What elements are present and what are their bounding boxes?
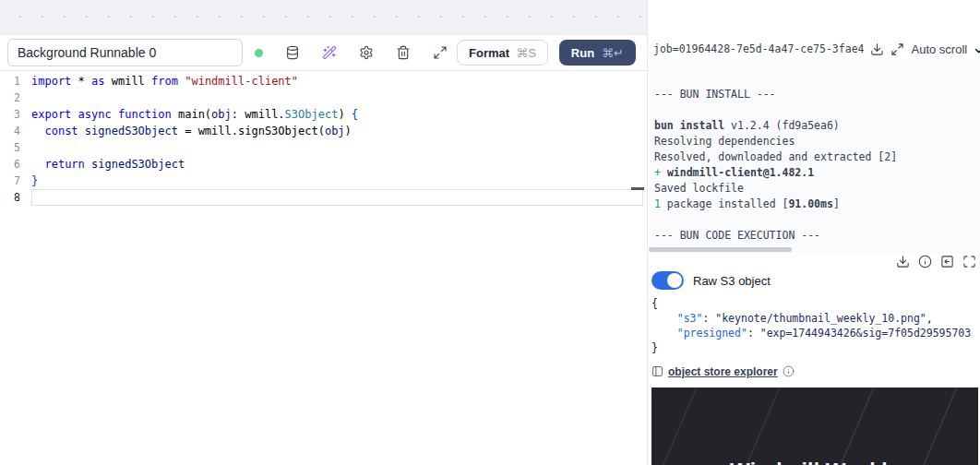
flow-canvas [0, 0, 647, 35]
run-preview-pane: job=01964428-7e5d-4a47-ce75-3fae4 Auto s… [649, 0, 980, 465]
json-view[interactable]: { "s3": "keynote/thumbnail_weekly_10.png… [651, 296, 976, 355]
object-store-explorer-row: object store explorer [651, 364, 976, 378]
magic-wand-icon [322, 45, 337, 60]
download-icon [870, 42, 884, 56]
code-line: 5 [0, 139, 647, 156]
download-result-button[interactable] [896, 255, 910, 268]
jline: { [651, 296, 976, 311]
info-icon [918, 255, 932, 268]
raw-s3-toggle-label: Raw S3 object [693, 274, 771, 288]
gear-icon [359, 45, 374, 60]
code-line: 4 const signedS3Object = wmill.signS3Obj… [0, 123, 647, 139]
jline: } [651, 340, 976, 355]
script-name-input[interactable] [7, 39, 243, 66]
job-id-text[interactable]: job=01964428-7e5d-4a47-ce75-3fae4 [653, 42, 864, 55]
log-line [654, 212, 974, 228]
expand-editor-button[interactable] [424, 40, 457, 66]
jline: "presigned": "exp=1744943426&sig=7f05d29… [651, 326, 976, 340]
database-button[interactable] [276, 40, 309, 66]
open-result-drawer-button[interactable] [940, 255, 954, 268]
log-line: Resolved, downloaded and extracted [2] [654, 149, 974, 165]
code-line: 8 [0, 189, 647, 206]
download-icon [896, 255, 910, 268]
log-line: Saved lockfile [654, 181, 974, 197]
code-line: 1import * as wmill from "windmill-client… [0, 73, 647, 89]
auto-scroll-label: Auto scroll [911, 42, 967, 56]
result-panel: Raw S3 object { "s3": "keynote/thumbnail… [649, 253, 980, 465]
preview-caption: Windmill Weekly [651, 459, 978, 465]
checkmark-icon [974, 42, 980, 56]
expand-result-button[interactable] [962, 255, 976, 268]
code-line: 3export async function main(obj: wmill.S… [0, 106, 647, 123]
log-line: Resolving dependencies [654, 134, 974, 149]
overview-ruler-cursor-mark [631, 187, 644, 190]
log-line [654, 102, 974, 118]
code-editor[interactable]: 1import * as wmill from "windmill-client… [0, 71, 647, 206]
raw-s3-toggle[interactable] [651, 271, 684, 290]
run-button[interactable]: Run ⌘↵ [559, 40, 636, 66]
explorer-info-icon[interactable] [783, 365, 795, 377]
run-shortcut: ⌘↵ [602, 46, 624, 60]
job-log-output[interactable]: --- BUN INSTALL --- bun install v1.2.4 (… [649, 59, 980, 253]
log-line: 1 package installed [91.00ms] [654, 197, 974, 212]
auto-scroll-checkbox[interactable] [974, 42, 980, 56]
log-horizontal-scrollbar[interactable] [649, 247, 792, 252]
panel-open-icon [940, 255, 954, 268]
code-line: 2 [0, 89, 647, 106]
code-editor-lines: 1import * as wmill from "windmill-client… [0, 73, 647, 206]
editor-toolbar: Format ⌘S Run ⌘↵ [0, 35, 647, 71]
format-label: Format [469, 46, 509, 60]
expand-logs-button[interactable] [890, 42, 904, 56]
jline: "s3": "keynote/thumbnail_weekly_10.png", [651, 311, 976, 326]
info-icon [783, 365, 795, 377]
saved-status-dot [255, 49, 263, 57]
script-editor-pane: Format ⌘S Run ⌘↵ 1import * as wmill from… [0, 0, 648, 465]
run-label: Run [571, 46, 594, 60]
code-line: 7} [0, 173, 647, 189]
database-icon [285, 45, 300, 60]
delete-button[interactable] [387, 40, 420, 66]
log-header: job=01964428-7e5d-4a47-ce75-3fae4 Auto s… [649, 39, 980, 59]
preview-logo-shape [651, 388, 816, 465]
log-line: --- BUN INSTALL --- [654, 87, 974, 102]
log-line: + windmill-client@1.482.1 [654, 165, 974, 181]
settings-button[interactable] [350, 40, 383, 66]
expand-icon [890, 42, 904, 56]
result-toolbar [651, 255, 976, 268]
panel-left-icon [651, 365, 663, 377]
log-lines: --- BUN INSTALL --- bun install v1.2.4 (… [654, 87, 974, 244]
format-shortcut: ⌘S [516, 46, 536, 60]
trash-icon [396, 45, 411, 60]
fullscreen-icon [962, 255, 976, 268]
preview-logo-shape [783, 388, 978, 465]
object-store-explorer-link[interactable]: object store explorer [668, 365, 778, 378]
raw-s3-toggle-row: Raw S3 object [651, 271, 976, 290]
download-logs-button[interactable] [870, 42, 884, 56]
log-line: --- BUN CODE EXECUTION --- [654, 228, 974, 244]
result-info-button[interactable] [918, 255, 932, 268]
s3-image-preview: Windmill Weekly [651, 388, 978, 465]
log-line: bun install v1.2.4 (fd9a5ea6) [654, 118, 974, 134]
code-line: 6 return signedS3Object [0, 156, 647, 173]
expand-icon [433, 45, 448, 60]
ai-assistant-button[interactable] [313, 40, 346, 66]
toggle-knob [667, 273, 682, 288]
format-button[interactable]: Format ⌘S [457, 40, 548, 66]
